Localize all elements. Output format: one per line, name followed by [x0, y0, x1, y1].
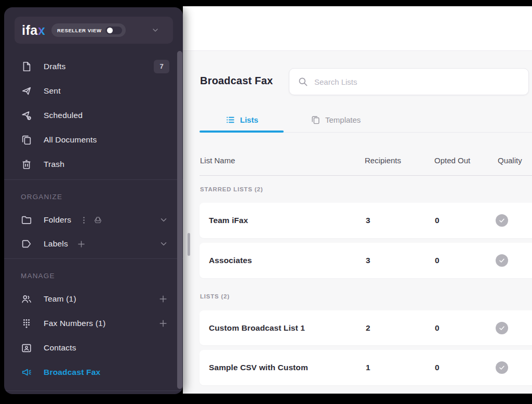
sidebar-divider	[4, 390, 183, 391]
kebab-menu-icon[interactable]	[79, 216, 88, 225]
search-input[interactable]	[314, 77, 520, 86]
reseller-view-toggle[interactable]	[105, 27, 122, 34]
list-name: Associates	[209, 256, 252, 265]
table-header-divider	[200, 175, 532, 176]
sidebar-scrollbar[interactable]	[177, 51, 182, 389]
sidebar-item-all-documents[interactable]: All Documents	[15, 127, 171, 152]
sidebar-header[interactable]: ifax RESELLER VIEW	[15, 17, 173, 44]
sidebar-item-label: Labels	[44, 239, 68, 249]
reseller-view-badge: RESELLER VIEW	[51, 23, 125, 37]
templates-icon	[311, 115, 321, 125]
plus-icon[interactable]	[76, 239, 86, 249]
sidebar-item-label: Sent	[44, 86, 61, 96]
quality-check-badge	[496, 254, 508, 267]
opted-out-count: 0	[435, 216, 440, 225]
group-label-starred-lists: STARRED LISTS (2)	[200, 186, 263, 192]
quality-check-badge	[496, 214, 508, 227]
main-scrollbar[interactable]	[188, 233, 190, 256]
sidebar-item-broadcast-fax[interactable]: Broadcast Fax	[15, 360, 171, 384]
sidebar-item-trash[interactable]: Trash	[15, 152, 171, 176]
sidebar-item-contacts[interactable]: Contacts	[15, 335, 171, 360]
scheduled-icon	[21, 110, 32, 121]
sidebar-item-label: Scheduled	[44, 111, 83, 120]
column-header-list-name: List Name	[200, 156, 235, 165]
table-row[interactable]: Custom Broadcast List 1 2 0	[200, 310, 532, 345]
sidebar-item-fax-numbers[interactable]: Fax Numbers (1)	[15, 311, 171, 335]
table-row[interactable]: Team iFax 3 0	[200, 203, 532, 238]
sidebar-divider	[4, 258, 183, 259]
chevron-down-icon[interactable]	[159, 239, 168, 249]
drive-icon[interactable]	[94, 216, 102, 225]
column-header-quality: Quality	[498, 156, 522, 165]
team-icon	[21, 293, 32, 305]
recipients-count: 2	[366, 323, 370, 333]
sidebar-item-label: Trash	[44, 160, 64, 169]
tab-lists-label: Lists	[240, 115, 258, 124]
search-box[interactable]	[289, 68, 529, 95]
check-icon	[499, 257, 505, 264]
ifax-logo: ifax	[22, 24, 45, 37]
table-row[interactable]: Sample CSV with Custom 1 0	[200, 350, 532, 385]
folder-icon	[21, 214, 32, 226]
sidebar-item-scheduled[interactable]: Scheduled	[15, 103, 171, 127]
plus-icon[interactable]	[158, 294, 168, 304]
column-header-recipients: Recipients	[365, 156, 401, 165]
sidebar-item-label: Drafts	[44, 62, 66, 71]
opted-out-count: 0	[435, 323, 440, 333]
recipients-count: 3	[366, 256, 370, 265]
list-icon	[225, 115, 235, 125]
sidebar-item-label: All Documents	[44, 135, 97, 145]
section-title-manage: MANAGE	[21, 272, 55, 280]
sent-icon	[21, 85, 32, 97]
sidebar-item-label: Contacts	[44, 343, 76, 353]
quality-check-badge	[496, 361, 508, 374]
recipients-count: 1	[366, 363, 370, 372]
tab-templates-label: Templates	[325, 115, 361, 124]
chevron-down-icon[interactable]	[151, 26, 159, 34]
megaphone-icon	[21, 367, 32, 378]
list-name: Custom Broadcast List 1	[209, 323, 305, 333]
tab-templates[interactable]: Templates	[311, 109, 361, 130]
main-content: Broadcast Fax Lists Templates List Name …	[183, 6, 532, 394]
toggle-knob	[107, 28, 113, 33]
sidebar-item-team[interactable]: Team (1)	[15, 286, 171, 311]
list-name: Sample CSV with Custom	[209, 363, 308, 372]
draft-icon	[21, 61, 32, 72]
active-tab-underline	[200, 131, 284, 133]
opted-out-count: 0	[435, 256, 440, 265]
tab-lists[interactable]: Lists	[225, 109, 258, 130]
section-title-organize: ORGANIZE	[21, 193, 62, 201]
check-icon	[499, 364, 505, 371]
trash-icon	[21, 159, 32, 170]
chevron-down-icon[interactable]	[159, 215, 168, 225]
group-label-lists: LISTS (2)	[200, 293, 230, 299]
all-documents-icon	[21, 134, 32, 146]
page-title: Broadcast Fax	[200, 75, 273, 87]
sidebar-item-sent[interactable]: Sent	[15, 79, 171, 103]
check-icon	[499, 325, 505, 331]
sidebar-divider	[4, 179, 183, 180]
drafts-count-badge: 7	[154, 60, 169, 73]
plus-icon[interactable]	[158, 318, 168, 329]
sidebar-item-drafts[interactable]: Drafts 7	[15, 54, 171, 79]
list-name: Team iFax	[209, 216, 248, 225]
quality-check-badge	[496, 322, 508, 334]
sidebar-item-label: Broadcast Fax	[44, 368, 100, 377]
dialpad-icon	[21, 318, 32, 329]
sidebar-item-label: Fax Numbers (1)	[44, 319, 105, 328]
table-row[interactable]: Associates 3 0	[200, 243, 532, 278]
sidebar: ifax RESELLER VIEW Drafts 7 Sent Schedul…	[4, 7, 183, 394]
app-window: Broadcast Fax Lists Templates List Name …	[0, 0, 532, 404]
sidebar-item-label: Team (1)	[44, 294, 76, 304]
main-header-band	[183, 6, 532, 50]
opted-out-count: 0	[435, 363, 440, 372]
sidebar-item-labels[interactable]: Labels	[15, 232, 171, 256]
reseller-view-label: RESELLER VIEW	[57, 28, 101, 33]
contacts-icon	[21, 342, 32, 354]
column-header-opted-out: Opted Out	[434, 156, 470, 165]
sidebar-item-folders[interactable]: Folders	[15, 208, 171, 232]
search-icon	[298, 76, 308, 87]
sidebar-item-label: Folders	[44, 215, 71, 225]
recipients-count: 3	[366, 216, 370, 225]
check-icon	[499, 217, 505, 224]
